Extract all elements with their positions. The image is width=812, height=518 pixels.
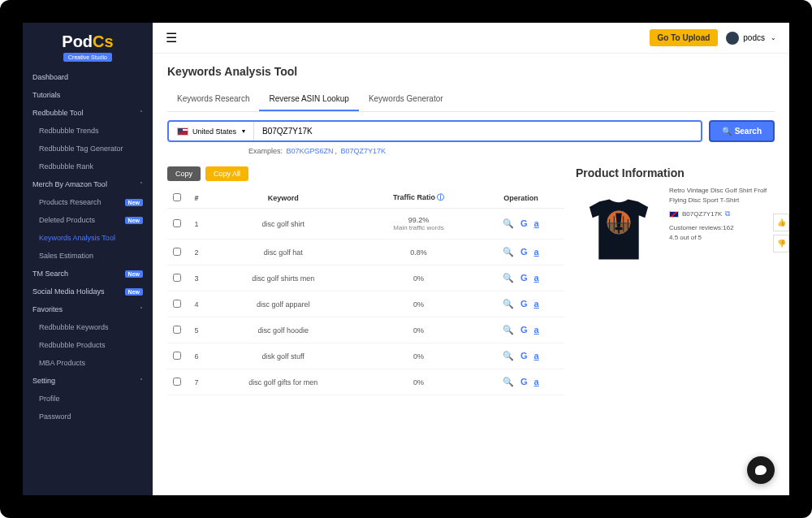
sidebar-item-redbubble-rank[interactable]: Redbubble Rank [23,158,153,175]
sidebar-item-password[interactable]: Password [23,408,153,425]
country-select[interactable]: United States ▾ [169,122,254,140]
row-checkbox[interactable] [173,219,181,227]
google-op-icon[interactable]: G [520,351,528,361]
new-badge: New [125,217,143,224]
select-all-checkbox[interactable] [173,193,181,201]
sidebar-item-deleted-products[interactable]: Deleted ProductsNew [23,211,153,229]
chevron-up-icon: ˄ [140,306,143,313]
sidebar-item-keywords-analysis[interactable]: Keywords Analysis Tool [23,229,153,247]
dislike-button[interactable]: 👎 [773,235,789,253]
hamburger-icon[interactable]: ☰ [166,30,177,45]
search-op-icon[interactable]: 🔍 [503,325,514,335]
tab-reverse-asin[interactable]: Reverse ASIN Lookup [259,88,358,111]
row-traffic: 0% [360,317,477,343]
sidebar-item-redbubble-tool[interactable]: Redbubble Tool˄ [23,104,153,122]
logo-badge: Creative Studio [63,53,112,62]
sidebar-item-favorites[interactable]: Favorites˄ [23,300,153,318]
amazon-op-icon[interactable]: a [534,218,539,229]
row-num: 3 [187,265,206,291]
sidebar-item-dashboard[interactable]: Dashboard [23,68,153,86]
row-checkbox[interactable] [173,326,181,334]
row-checkbox[interactable] [173,248,181,256]
chevron-up-icon: ˄ [140,181,143,188]
sidebar-item-profile[interactable]: Profile [23,390,153,408]
copy-all-button[interactable]: Copy All [205,166,248,181]
user-menu[interactable]: podcs ⌄ [726,32,776,45]
google-op-icon[interactable]: G [520,377,528,387]
amazon-op-icon[interactable]: a [534,325,539,335]
amazon-op-icon[interactable]: a [534,351,539,361]
google-op-icon[interactable]: G [520,325,528,335]
google-op-icon[interactable]: G [520,299,528,309]
search-op-icon[interactable]: 🔍 [503,218,514,229]
external-link-icon[interactable]: ⧉ [725,209,730,220]
search-op-icon[interactable]: 🔍 [503,273,514,283]
amazon-op-icon[interactable]: a [534,299,539,309]
sidebar-item-tutorials[interactable]: Tutorials [23,86,153,104]
page-title: Keywords Analysis Tool [167,65,775,78]
google-op-icon[interactable]: G [520,273,528,283]
google-op-icon[interactable]: G [520,247,528,257]
table-row: 5disc golf hoodie0%🔍Ga [167,317,564,343]
topbar: ☰ Go To Upload podcs ⌄ [153,23,789,54]
chat-widget[interactable] [747,456,775,484]
main: ☰ Go To Upload podcs ⌄ Keywords Analysis… [153,23,789,495]
row-traffic: 0% [360,369,477,395]
new-badge: New [125,270,143,278]
search-op-icon[interactable]: 🔍 [503,351,514,361]
google-op-icon[interactable]: G [520,218,528,229]
product-rating: 4.5 out of 5 [669,233,775,243]
row-num: 5 [187,317,206,343]
upload-button[interactable]: Go To Upload [650,29,719,46]
sidebar-item-redbubble-tag[interactable]: Redbubble Tag Generator [23,140,153,158]
row-checkbox[interactable] [173,378,181,386]
search-op-icon[interactable]: 🔍 [503,299,514,309]
row-num: 2 [187,240,206,265]
sidebar-item-redbubble-products[interactable]: Redbubble Products [23,336,153,354]
tab-keywords-research[interactable]: Keywords Research [167,88,259,111]
col-num: # [187,188,206,209]
amazon-op-icon[interactable]: a [534,377,539,387]
sidebar-item-setting[interactable]: Setting˄ [23,372,153,390]
search-op-icon[interactable]: 🔍 [503,247,514,257]
row-keyword: disk golf stuff [206,343,360,369]
row-checkbox[interactable] [173,300,181,308]
new-badge: New [125,199,143,206]
example-link-2[interactable]: B07QZ7Y17K [341,147,387,155]
avatar [726,32,739,45]
row-checkbox[interactable] [173,352,181,360]
product-reviews: Customer reviews:162 [669,223,775,233]
row-keyword: disc golf shirt [206,209,360,240]
sidebar-item-redbubble-keywords[interactable]: Redbubble Keywords [23,318,153,336]
amazon-op-icon[interactable]: a [534,247,539,257]
sidebar-item-mba-products[interactable]: MBA Products [23,354,153,372]
examples: Examples: B07KGPS6ZN, B07QZ7Y17K [167,147,775,155]
col-traffic: Traffic Ratioⓘ [360,188,477,209]
sidebar: PodCs Creative Studio Dashboard Tutorial… [23,23,153,495]
copy-button[interactable]: Copy [167,166,201,181]
tab-keywords-generator[interactable]: Keywords Generator [359,88,453,111]
example-link-1[interactable]: B07KGPS6ZN [287,147,334,155]
product-image [576,186,661,271]
sidebar-item-social-holidays[interactable]: Social Media HolidaysNew [23,283,153,300]
like-button[interactable]: 👍 [773,214,789,231]
search-op-icon[interactable]: 🔍 [503,377,514,387]
help-icon[interactable]: ⓘ [437,193,444,201]
table-row: 2disc golf hat0.8%🔍Ga [167,240,564,265]
row-traffic: 0% [360,343,477,369]
row-keyword: disc golf apparel [206,291,360,317]
col-keyword: Keyword [206,188,360,209]
row-checkbox[interactable] [173,274,181,282]
product-info-heading: Product Information [576,166,775,179]
chevron-down-icon: ▾ [242,127,245,135]
sidebar-item-mba-tool[interactable]: Merch By Amazon Tool˄ [23,175,153,193]
sidebar-item-tm-search[interactable]: TM SearchNew [23,265,153,283]
search-button[interactable]: 🔍 Search [709,120,775,142]
row-num: 6 [187,343,206,369]
sidebar-item-sales-estimation[interactable]: Sales Estimation [23,247,153,265]
amazon-op-icon[interactable]: a [534,273,539,283]
table-row: 1disc golf shirt99.2%Main traffic words🔍… [167,209,564,240]
sidebar-item-redbubble-trends[interactable]: Redbubble Trends [23,122,153,140]
asin-input[interactable] [254,122,701,140]
sidebar-item-products-research[interactable]: Products ResearchNew [23,193,153,211]
